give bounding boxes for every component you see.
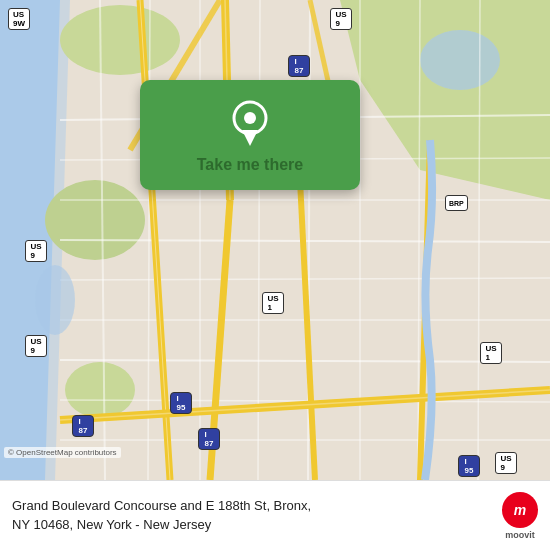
shield-i87-top: I87 bbox=[288, 55, 310, 77]
svg-point-6 bbox=[65, 362, 135, 418]
address-line1: Grand Boulevard Concourse and E 188th St… bbox=[12, 498, 311, 513]
moovit-logo: m moovit bbox=[502, 492, 538, 540]
shield-i95: I95 bbox=[170, 392, 192, 414]
shield-us9-top: US9 bbox=[330, 8, 352, 30]
shield-us9-bottom-right: US9 bbox=[495, 452, 517, 474]
shield-us9-mid: US9 bbox=[25, 240, 47, 262]
moovit-icon: m bbox=[502, 492, 538, 528]
map-attribution: © OpenStreetMap contributors bbox=[4, 447, 121, 458]
address-text: Grand Boulevard Concourse and E 188th St… bbox=[12, 497, 492, 533]
shield-i87-bottom2: I87 bbox=[198, 428, 220, 450]
map-svg bbox=[0, 0, 550, 480]
shield-us9-lower: US9 bbox=[25, 335, 47, 357]
map-container: US9W US9 I87 BRP US9 US1 US9 I95 I87 I87… bbox=[0, 0, 550, 480]
shield-i87-bottom: I87 bbox=[72, 415, 94, 437]
svg-point-36 bbox=[35, 265, 75, 335]
address-line2: NY 10468, New York - New Jersey bbox=[12, 517, 211, 532]
location-pin-icon bbox=[232, 100, 268, 144]
shield-us1-right: US1 bbox=[480, 342, 502, 364]
moovit-m: m bbox=[514, 502, 526, 518]
shield-i95-bottom-right: I95 bbox=[458, 455, 480, 477]
svg-marker-39 bbox=[242, 130, 258, 146]
svg-point-4 bbox=[60, 5, 180, 75]
bottom-bar: Grand Boulevard Concourse and E 188th St… bbox=[0, 480, 550, 550]
take-me-there-button[interactable]: Take me there bbox=[197, 156, 303, 174]
svg-point-5 bbox=[45, 180, 145, 260]
shield-us1-mid: US1 bbox=[262, 292, 284, 314]
shield-brp: BRP bbox=[445, 195, 468, 211]
overlay-card: Take me there bbox=[140, 80, 360, 190]
svg-point-38 bbox=[244, 112, 256, 124]
shield-us9w: US9W bbox=[8, 8, 30, 30]
moovit-brand-label: moovit bbox=[505, 530, 535, 540]
svg-point-7 bbox=[420, 30, 500, 90]
